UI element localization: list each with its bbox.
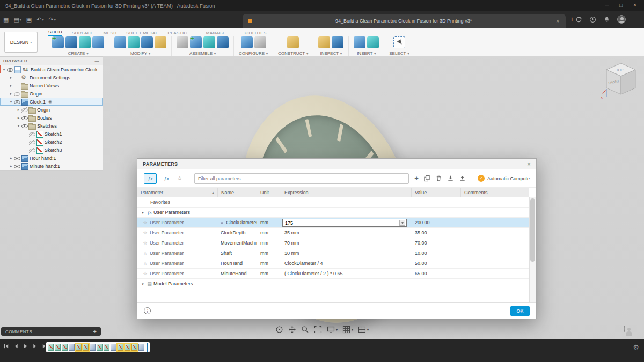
cell-name[interactable]: × ClockDiameter [218, 218, 257, 227]
pan-icon[interactable] [288, 326, 296, 334]
modify-menu[interactable]: MODIFY▾ [130, 51, 150, 56]
cell-comments[interactable] [461, 228, 529, 238]
add-parameter-button[interactable]: + [414, 174, 419, 182]
visibility-eye-icon[interactable] [13, 90, 20, 97]
cell-name[interactable]: × ClockDepth [218, 228, 257, 238]
favorite-star-icon[interactable]: ☆ [142, 218, 149, 227]
expand-chevron-icon[interactable]: ▸ [9, 92, 13, 96]
show-all-parameters-button[interactable]: ƒx [144, 173, 157, 184]
assemble-menu[interactable]: ASSEMBLE▾ [189, 51, 216, 56]
visibility-eye-icon[interactable] [28, 130, 35, 137]
parameter-row[interactable]: ▾ ☆ Model Parameters × [137, 279, 529, 289]
info-icon[interactable]: i [144, 307, 151, 314]
ribbon-tab[interactable]: MESH [104, 31, 117, 36]
document-tab[interactable]: 94_Build a Clean Parametric Clock in Fus… [243, 14, 566, 28]
browser-tree-item[interactable]: ▸ Bodies ◉ [0, 114, 103, 122]
expression-spinner-icon[interactable] [399, 220, 405, 226]
browser-tree-item[interactable]: ▸ Hour hand:1 ◉ [0, 154, 103, 162]
parameter-row[interactable]: ☆ User Parameter × MinuteHand mm ( Clock… [137, 269, 529, 279]
browser-tree-item[interactable]: ▾ 94_Build a Clean Parametric Clock ir..… [0, 65, 103, 73]
cell-expression[interactable]: ClockDiameter / 4 [281, 258, 412, 268]
redo-icon[interactable]: ↷▾ [48, 16, 55, 23]
undo-icon[interactable]: ↶▾ [36, 16, 43, 23]
add-comment-icon[interactable]: + [93, 328, 97, 335]
cell-expression[interactable]: 175 [281, 218, 412, 227]
ribbon-tab[interactable]: MANAGE [197, 31, 226, 36]
parameter-row[interactable]: ▾ ☆ User Parameters × [137, 208, 529, 218]
parameter-row[interactable]: ☆ User Parameter × ClockDiameter mm 175 … [137, 218, 529, 228]
expand-chevron-icon[interactable]: ▸ [9, 164, 13, 168]
column-header-value[interactable]: Value [412, 188, 461, 197]
expand-chevron-icon[interactable]: ▾ [16, 124, 21, 128]
inspect-menu[interactable]: INSPECT▾ [320, 51, 342, 56]
visibility-eye-icon[interactable] [28, 146, 35, 153]
show-favorites-button[interactable]: ☆ [176, 175, 184, 182]
column-header-unit[interactable]: Unit [257, 188, 281, 197]
select-menu[interactable]: SELECT▾ [389, 51, 409, 56]
cell-comments[interactable] [461, 248, 529, 258]
copy-parameter-icon[interactable] [423, 175, 430, 182]
favorite-star-icon[interactable]: ☆ [142, 258, 149, 268]
parameter-row[interactable]: ☆ User Parameter × ClockDepth mm 35 mm 3… [137, 228, 529, 238]
expression-input[interactable] [282, 219, 407, 227]
job-status-clock-icon[interactable] [589, 16, 596, 23]
cell-comments[interactable] [461, 218, 529, 227]
visibility-eye-icon[interactable] [13, 154, 20, 161]
delete-parameter-toolbar-icon[interactable] [435, 175, 442, 182]
delete-parameter-icon[interactable]: × [221, 220, 223, 225]
cell-expression[interactable]: 10 mm [281, 248, 412, 258]
cell-expression[interactable] [281, 279, 412, 289]
ribbon-tab[interactable]: SHEET METAL [126, 31, 158, 36]
expand-chevron-icon[interactable]: ▸ [9, 156, 13, 160]
cell-expression[interactable]: 70 mm [281, 238, 412, 248]
browser-tree-item[interactable]: Sketch1 ◉ [0, 130, 103, 138]
cell-name[interactable]: × MovementMachine [218, 238, 257, 248]
visibility-eye-icon[interactable] [21, 106, 28, 113]
step-back-icon[interactable] [13, 343, 19, 349]
measure-icon[interactable] [318, 36, 330, 48]
visibility-eye-icon[interactable] [6, 66, 13, 73]
rigid-group-icon[interactable] [217, 36, 229, 48]
workspace-selector[interactable]: DESIGN ▾ [4, 32, 38, 53]
timeline-playhead[interactable] [147, 343, 148, 352]
new-component-icon[interactable] [52, 36, 64, 48]
notifications-bell-icon[interactable] [603, 16, 610, 23]
revolve-icon[interactable] [79, 36, 91, 48]
import-parameters-icon[interactable] [447, 175, 454, 182]
joint-icon[interactable] [203, 36, 215, 48]
column-header-name[interactable]: Name [218, 188, 257, 197]
timeline-feature-marker[interactable] [104, 344, 109, 351]
activate-component-radio[interactable]: ◉ [48, 99, 52, 104]
cell-expression[interactable]: 35 mm [281, 228, 412, 238]
shell-icon[interactable] [141, 36, 153, 48]
ok-button[interactable]: OK [510, 306, 530, 316]
cell-comments[interactable] [461, 258, 529, 268]
cell-comments[interactable] [461, 197, 529, 207]
timeline-settings-gear-icon[interactable]: ⚙ [633, 343, 639, 351]
cell-expression[interactable]: ( ClockDiameter / 2 ) * 0.65 [281, 269, 412, 278]
configuration-table-icon[interactable] [241, 36, 253, 48]
favorite-star-icon[interactable]: ☆ [142, 238, 149, 248]
group-chevron-icon[interactable]: ▾ [140, 208, 145, 217]
new-component-assemble-icon[interactable] [190, 36, 202, 48]
parameter-row[interactable]: ☆ User Parameter × Shaft mm 10 mm 10.00 [137, 248, 529, 258]
cell-name[interactable]: × Shaft [218, 248, 257, 258]
timeline-feature-marker[interactable] [76, 344, 82, 351]
browser-collapse-icon[interactable]: — [95, 58, 100, 63]
browser-tree-item[interactable]: ▾ Clock:1 ◉ [0, 98, 103, 106]
cell-comments[interactable] [461, 238, 529, 248]
collaborator-avatar[interactable] [624, 326, 625, 331]
expand-chevron-icon[interactable]: ▾ [2, 68, 6, 72]
decal-icon[interactable] [367, 36, 379, 48]
visibility-eye-icon[interactable] [21, 122, 28, 129]
display-settings-icon[interactable]: ▾ [327, 326, 338, 334]
timeline-feature-marker[interactable] [97, 344, 103, 351]
filter-parameters-input[interactable] [194, 173, 409, 184]
orbit-icon[interactable] [275, 326, 283, 334]
expand-chevron-icon[interactable]: ▾ [9, 100, 13, 104]
timeline-feature-marker[interactable] [48, 344, 54, 351]
favorite-star-icon[interactable]: ☆ [142, 269, 149, 278]
timeline-feature-marker[interactable] [138, 344, 144, 351]
browser-tree-item[interactable]: ▸ Document Settings ◉ [0, 73, 103, 82]
browser-tree-item[interactable]: ▸ Named Views ◉ [0, 82, 103, 90]
